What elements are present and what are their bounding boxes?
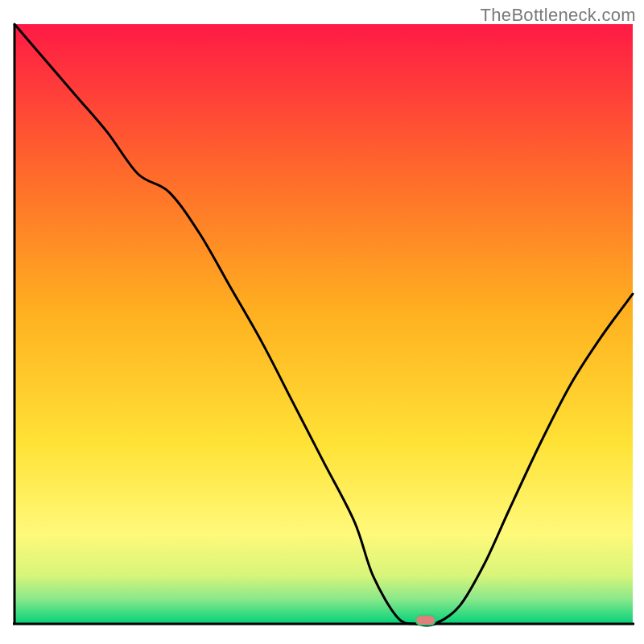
- optimal-marker-icon: [416, 615, 436, 625]
- chart-stage: TheBottleneck.com: [0, 0, 644, 644]
- plot-background: [14, 24, 633, 623]
- bottleneck-chart: [0, 0, 644, 644]
- watermark-text: TheBottleneck.com: [481, 5, 636, 26]
